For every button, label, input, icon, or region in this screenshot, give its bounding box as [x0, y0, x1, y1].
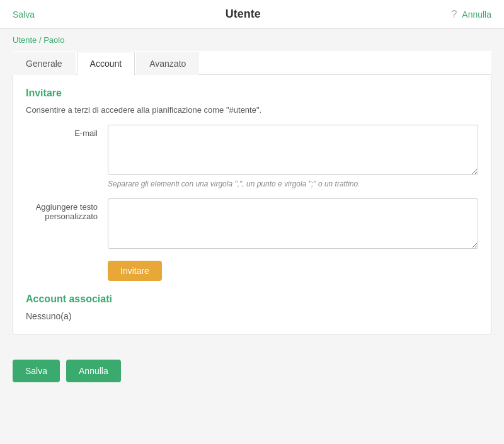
top-right-actions: ? Annulla — [451, 9, 491, 20]
card: Invitare Consentire a terzi di accedere … — [13, 75, 491, 334]
save-button[interactable]: Salva — [13, 360, 60, 382]
bottom-bar: Salva Annulla — [0, 347, 504, 395]
none-text: Nessuno(a) — [26, 311, 478, 321]
breadcrumb: Utente / Paolo — [0, 29, 504, 51]
top-bar: Salva Utente ? Annulla — [0, 0, 504, 29]
email-label: E-mail — [26, 125, 108, 138]
main-content: Generale Account Avanzato Invitare Conse… — [0, 51, 504, 347]
invite-section-title: Invitare — [26, 88, 478, 99]
email-field-wrapper: Separare gli elementi con una virgola ",… — [108, 125, 478, 188]
invite-description: Consentire a terzi di accedere alla pian… — [26, 105, 478, 115]
help-icon[interactable]: ? — [451, 9, 457, 20]
tab-generale[interactable]: Generale — [13, 52, 76, 75]
associated-section-title: Account associati — [26, 293, 478, 305]
top-save-anchor[interactable]: Salva — [13, 9, 35, 20]
tab-account[interactable]: Account — [77, 52, 135, 75]
breadcrumb-utente[interactable]: Utente — [13, 35, 37, 45]
custom-text-field-wrapper — [108, 198, 478, 251]
email-help-text: Separare gli elementi con una virgola ",… — [108, 179, 478, 188]
top-save-link[interactable]: Salva — [13, 9, 35, 20]
page-title: Utente — [226, 8, 261, 21]
custom-text-row: Aggiungere testo personalizzato — [26, 198, 478, 251]
cancel-button[interactable]: Annulla — [66, 360, 121, 382]
tab-avanzato[interactable]: Avanzato — [136, 52, 199, 75]
custom-text-label: Aggiungere testo personalizzato — [26, 198, 108, 221]
invite-button-row: Invitare — [26, 261, 478, 281]
custom-text-textarea[interactable] — [108, 198, 478, 249]
invite-button[interactable]: Invitare — [108, 261, 162, 281]
email-row: E-mail Separare gli elementi con una vir… — [26, 125, 478, 188]
top-cancel-link[interactable]: Annulla — [462, 9, 491, 20]
breadcrumb-paolo[interactable]: Paolo — [43, 35, 64, 45]
email-textarea[interactable] — [108, 125, 478, 175]
tabs: Generale Account Avanzato — [13, 51, 491, 75]
